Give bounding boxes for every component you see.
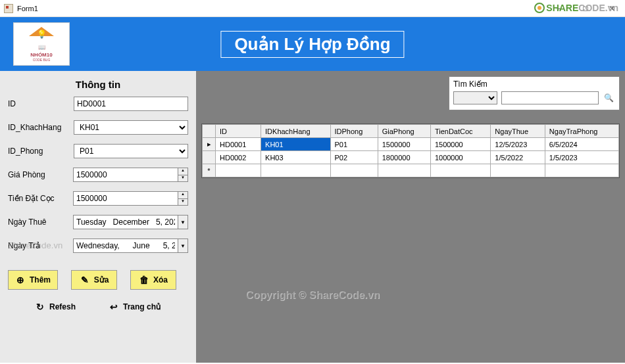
tra-dropdown-icon[interactable]: ▼	[178, 239, 188, 253]
col-gia[interactable]: GiaPhong	[378, 125, 430, 138]
gia-input[interactable]	[73, 168, 178, 182]
phong-select[interactable]: P01	[74, 144, 188, 158]
header-banner: 📖 NHÓM10 CODE BUG Quản Lý Hợp Đồng	[0, 17, 625, 71]
search-icon: 🔍	[604, 93, 614, 102]
search-label: Tìm Kiếm	[453, 80, 615, 89]
refresh-icon: ↻	[35, 302, 45, 312]
gia-label: Giá Phòng	[8, 170, 73, 179]
col-coc[interactable]: TienDatCoc	[430, 125, 490, 138]
thue-dropdown-icon[interactable]: ▼	[178, 215, 188, 229]
kh-select[interactable]: KH01	[74, 120, 188, 135]
tra-input[interactable]	[73, 239, 178, 253]
info-panel: Thông tin ID ID_KhachHang KH01 ID_Phong …	[0, 71, 196, 363]
phong-label: ID_Phong	[8, 147, 74, 156]
delete-button[interactable]: 🗑 Xóa	[130, 270, 176, 290]
gia-spinner[interactable]: ▲▼	[178, 168, 188, 182]
refresh-button[interactable]: ↻ Refesh	[28, 298, 82, 316]
table-row[interactable]: ▸ HD0001 KH01 P01 1500000 1500000 12/5/2…	[203, 138, 619, 151]
table-row[interactable]: HD0002 KH03 P02 1800000 1000000 1/5/2022…	[203, 151, 619, 164]
coc-label: Tiền Đặt Cọc	[8, 194, 73, 203]
thue-input[interactable]	[73, 215, 178, 229]
id-label: ID	[8, 99, 74, 108]
trash-icon: 🗑	[139, 275, 149, 285]
edit-button[interactable]: ✎ Sửa	[71, 270, 117, 290]
coc-spinner[interactable]: ▲▼	[178, 191, 188, 206]
home-button[interactable]: ↩ Trang chủ	[102, 298, 168, 316]
col-tra[interactable]: NgayTraPhong	[545, 125, 618, 138]
window-title: Form1	[17, 5, 38, 12]
search-group: Tìm Kiếm 🔍	[449, 76, 620, 110]
col-id[interactable]: ID	[216, 125, 261, 138]
grid-corner	[203, 125, 216, 138]
col-phong[interactable]: IDPhong	[330, 125, 378, 138]
app-icon	[4, 4, 13, 13]
add-button[interactable]: ⊕ Thêm	[8, 270, 58, 290]
titlebar: Form1 – □ ✕	[0, 0, 625, 17]
logo: 📖 NHÓM10 CODE BUG	[13, 22, 70, 66]
plus-icon: ⊕	[15, 275, 26, 285]
brand-watermark: SHARECODE.vn	[534, 3, 618, 13]
data-grid[interactable]: ID IDKhachHang IDPhong GiaPhong TienDatC…	[201, 124, 620, 178]
search-field-select[interactable]	[453, 91, 497, 104]
col-kh[interactable]: IDKhachHang	[261, 125, 330, 138]
watermark-left: ShareCode.vn	[8, 240, 63, 250]
watermark-center: Copyright © ShareCode.vn	[245, 289, 380, 301]
search-input[interactable]	[501, 91, 599, 104]
pencil-icon: ✎	[80, 275, 90, 285]
id-input[interactable]	[74, 97, 188, 111]
row-indicator: ▸	[203, 138, 216, 151]
col-thue[interactable]: NgayThue	[491, 125, 545, 138]
kh-label: ID_KhachHang	[8, 123, 74, 132]
page-title: Quản Lý Hợp Đồng	[220, 31, 404, 58]
coc-input[interactable]	[73, 191, 178, 206]
info-heading: Thông tin	[8, 79, 188, 90]
content-area: Tìm Kiếm 🔍 ID IDKhachHang IDPhon	[196, 71, 625, 363]
thue-label: Ngày Thuê	[8, 217, 73, 227]
back-icon: ↩	[109, 302, 119, 312]
new-row[interactable]: *	[203, 164, 619, 177]
search-button[interactable]: 🔍	[603, 91, 615, 104]
